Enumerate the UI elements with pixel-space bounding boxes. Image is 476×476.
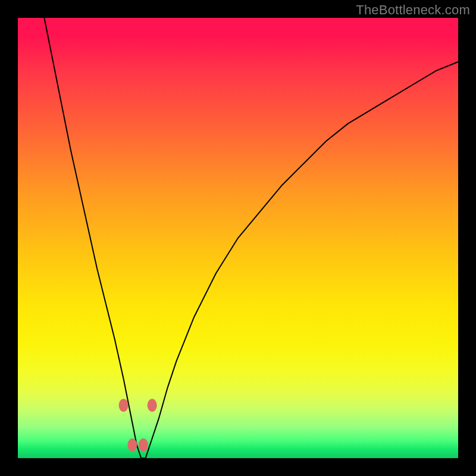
watermark-text: TheBottleneck.com — [356, 2, 470, 18]
curve-marker — [139, 439, 148, 452]
curve-marker — [148, 399, 157, 412]
chart-frame: TheBottleneck.com — [0, 0, 476, 476]
curve-marker — [127, 439, 137, 452]
plot-area — [18, 18, 458, 458]
chart-svg — [18, 18, 458, 458]
bottleneck-curve — [44, 18, 458, 458]
marker-group — [119, 399, 157, 452]
curve-marker — [119, 399, 129, 412]
